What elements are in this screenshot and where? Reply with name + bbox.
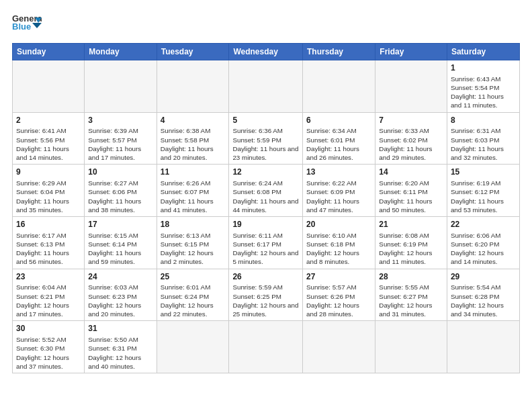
day-info: Sunrise: 6:27 AM Sunset: 6:06 PM Dayligh…	[88, 179, 152, 214]
weekday-saturday: Saturday	[447, 44, 519, 60]
calendar-cell	[229, 321, 303, 373]
day-info: Sunrise: 6:19 AM Sunset: 6:12 PM Dayligh…	[451, 179, 516, 214]
day-info: Sunrise: 6:33 AM Sunset: 6:02 PM Dayligh…	[379, 126, 443, 162]
calendar-cell: 9Sunrise: 6:29 AM Sunset: 6:04 PM Daylig…	[13, 165, 85, 217]
calendar-cell: 23Sunrise: 6:04 AM Sunset: 6:21 PM Dayli…	[13, 269, 85, 321]
calendar-cell: 1Sunrise: 6:43 AM Sunset: 5:54 PM Daylig…	[447, 60, 519, 113]
day-info: Sunrise: 6:03 AM Sunset: 6:23 PM Dayligh…	[88, 283, 152, 318]
day-info: Sunrise: 6:41 AM Sunset: 5:56 PM Dayligh…	[16, 126, 81, 162]
calendar-cell: 16Sunrise: 6:17 AM Sunset: 6:13 PM Dayli…	[13, 217, 85, 269]
svg-text:Blue: Blue	[12, 21, 31, 32]
calendar-cell: 15Sunrise: 6:19 AM Sunset: 6:12 PM Dayli…	[447, 165, 519, 217]
day-info: Sunrise: 6:08 AM Sunset: 6:19 PM Dayligh…	[379, 231, 443, 267]
calendar-cell: 6Sunrise: 6:34 AM Sunset: 6:01 PM Daylig…	[303, 112, 375, 165]
day-number: 15	[451, 167, 516, 178]
day-number: 31	[88, 323, 152, 334]
day-info: Sunrise: 6:22 AM Sunset: 6:09 PM Dayligh…	[306, 179, 371, 214]
weekday-monday: Monday	[85, 44, 157, 60]
calendar-cell: 31Sunrise: 5:50 AM Sunset: 6:31 PM Dayli…	[85, 321, 157, 373]
day-number: 26	[232, 271, 299, 283]
calendar-cell: 29Sunrise: 5:54 AM Sunset: 6:28 PM Dayli…	[447, 269, 519, 321]
calendar-cell	[447, 321, 519, 373]
day-number: 3	[88, 115, 152, 126]
weekday-tuesday: Tuesday	[157, 44, 229, 60]
day-info: Sunrise: 6:36 AM Sunset: 5:59 PM Dayligh…	[232, 126, 299, 162]
weekday-friday: Friday	[375, 44, 447, 60]
calendar-cell: 28Sunrise: 5:55 AM Sunset: 6:27 PM Dayli…	[375, 269, 447, 321]
calendar-row-6: 30Sunrise: 5:52 AM Sunset: 6:30 PM Dayli…	[13, 321, 520, 373]
calendar-cell	[85, 60, 157, 113]
weekday-header-row: SundayMondayTuesdayWednesdayThursdayFrid…	[13, 44, 520, 60]
day-number: 7	[379, 115, 443, 126]
day-number: 9	[16, 167, 81, 178]
day-info: Sunrise: 6:06 AM Sunset: 6:20 PM Dayligh…	[451, 231, 516, 267]
day-number: 24	[88, 271, 152, 283]
day-number: 19	[232, 219, 299, 230]
calendar-cell: 24Sunrise: 6:03 AM Sunset: 6:23 PM Dayli…	[85, 269, 157, 321]
day-number: 28	[379, 271, 443, 283]
calendar-cell: 13Sunrise: 6:22 AM Sunset: 6:09 PM Dayli…	[303, 165, 375, 217]
logo-svg: General Blue	[12, 12, 42, 36]
calendar-cell: 19Sunrise: 6:11 AM Sunset: 6:17 PM Dayli…	[229, 217, 303, 269]
day-info: Sunrise: 6:34 AM Sunset: 6:01 PM Dayligh…	[306, 126, 371, 162]
calendar-cell: 8Sunrise: 6:31 AM Sunset: 6:03 PM Daylig…	[447, 112, 519, 165]
calendar-cell	[157, 60, 229, 113]
day-info: Sunrise: 5:54 AM Sunset: 6:28 PM Dayligh…	[451, 283, 516, 318]
day-info: Sunrise: 5:52 AM Sunset: 6:30 PM Dayligh…	[16, 335, 81, 371]
day-info: Sunrise: 6:17 AM Sunset: 6:13 PM Dayligh…	[16, 231, 81, 267]
calendar-cell: 10Sunrise: 6:27 AM Sunset: 6:06 PM Dayli…	[85, 165, 157, 217]
calendar-cell: 17Sunrise: 6:15 AM Sunset: 6:14 PM Dayli…	[85, 217, 157, 269]
calendar-cell: 21Sunrise: 6:08 AM Sunset: 6:19 PM Dayli…	[375, 217, 447, 269]
day-info: Sunrise: 6:20 AM Sunset: 6:11 PM Dayligh…	[379, 179, 443, 214]
calendar-cell: 18Sunrise: 6:13 AM Sunset: 6:15 PM Dayli…	[157, 217, 229, 269]
calendar-cell: 20Sunrise: 6:10 AM Sunset: 6:18 PM Dayli…	[303, 217, 375, 269]
day-number: 4	[161, 115, 226, 126]
day-info: Sunrise: 6:15 AM Sunset: 6:14 PM Dayligh…	[88, 231, 152, 267]
calendar-cell: 11Sunrise: 6:26 AM Sunset: 6:07 PM Dayli…	[157, 165, 229, 217]
calendar-cell	[375, 60, 447, 113]
weekday-sunday: Sunday	[13, 44, 85, 60]
day-info: Sunrise: 5:57 AM Sunset: 6:26 PM Dayligh…	[306, 283, 371, 318]
day-number: 27	[306, 271, 371, 283]
day-info: Sunrise: 6:29 AM Sunset: 6:04 PM Dayligh…	[16, 179, 81, 214]
calendar-cell	[229, 60, 303, 113]
day-info: Sunrise: 5:50 AM Sunset: 6:31 PM Dayligh…	[88, 335, 152, 371]
day-number: 11	[161, 167, 226, 178]
day-info: Sunrise: 6:24 AM Sunset: 6:08 PM Dayligh…	[232, 179, 299, 214]
day-info: Sunrise: 6:26 AM Sunset: 6:07 PM Dayligh…	[161, 179, 226, 214]
calendar-cell: 2Sunrise: 6:41 AM Sunset: 5:56 PM Daylig…	[13, 112, 85, 165]
weekday-thursday: Thursday	[303, 44, 375, 60]
calendar-cell: 4Sunrise: 6:38 AM Sunset: 5:58 PM Daylig…	[157, 112, 229, 165]
logo: General Blue	[12, 12, 42, 36]
day-number: 1	[451, 62, 516, 74]
calendar-cell: 27Sunrise: 5:57 AM Sunset: 6:26 PM Dayli…	[303, 269, 375, 321]
calendar-row-5: 23Sunrise: 6:04 AM Sunset: 6:21 PM Dayli…	[13, 269, 520, 321]
day-number: 25	[161, 271, 226, 283]
day-info: Sunrise: 6:01 AM Sunset: 6:24 PM Dayligh…	[161, 283, 226, 318]
day-number: 30	[16, 323, 81, 334]
page: General Blue SundayMondayTuesdayWednesda…	[0, 0, 532, 411]
day-info: Sunrise: 6:10 AM Sunset: 6:18 PM Dayligh…	[306, 231, 371, 267]
day-info: Sunrise: 5:59 AM Sunset: 6:25 PM Dayligh…	[232, 283, 299, 318]
day-info: Sunrise: 6:04 AM Sunset: 6:21 PM Dayligh…	[16, 283, 81, 318]
calendar-row-4: 16Sunrise: 6:17 AM Sunset: 6:13 PM Dayli…	[13, 217, 520, 269]
day-info: Sunrise: 6:38 AM Sunset: 5:58 PM Dayligh…	[161, 126, 226, 162]
day-number: 5	[232, 115, 299, 126]
calendar-cell: 14Sunrise: 6:20 AM Sunset: 6:11 PM Dayli…	[375, 165, 447, 217]
calendar-cell: 12Sunrise: 6:24 AM Sunset: 6:08 PM Dayli…	[229, 165, 303, 217]
calendar-cell: 3Sunrise: 6:39 AM Sunset: 5:57 PM Daylig…	[85, 112, 157, 165]
day-number: 12	[232, 167, 299, 178]
day-number: 29	[451, 271, 516, 283]
day-number: 17	[88, 219, 152, 230]
day-number: 2	[16, 115, 81, 126]
day-number: 23	[16, 271, 81, 283]
day-info: Sunrise: 5:55 AM Sunset: 6:27 PM Dayligh…	[379, 283, 443, 318]
day-info: Sunrise: 6:39 AM Sunset: 5:57 PM Dayligh…	[88, 126, 152, 162]
weekday-wednesday: Wednesday	[229, 44, 303, 60]
calendar-cell: 25Sunrise: 6:01 AM Sunset: 6:24 PM Dayli…	[157, 269, 229, 321]
calendar-row-1: 1Sunrise: 6:43 AM Sunset: 5:54 PM Daylig…	[13, 60, 520, 113]
day-number: 18	[161, 219, 226, 230]
day-number: 6	[306, 115, 371, 126]
day-number: 10	[88, 167, 152, 178]
header: General Blue	[12, 12, 520, 36]
